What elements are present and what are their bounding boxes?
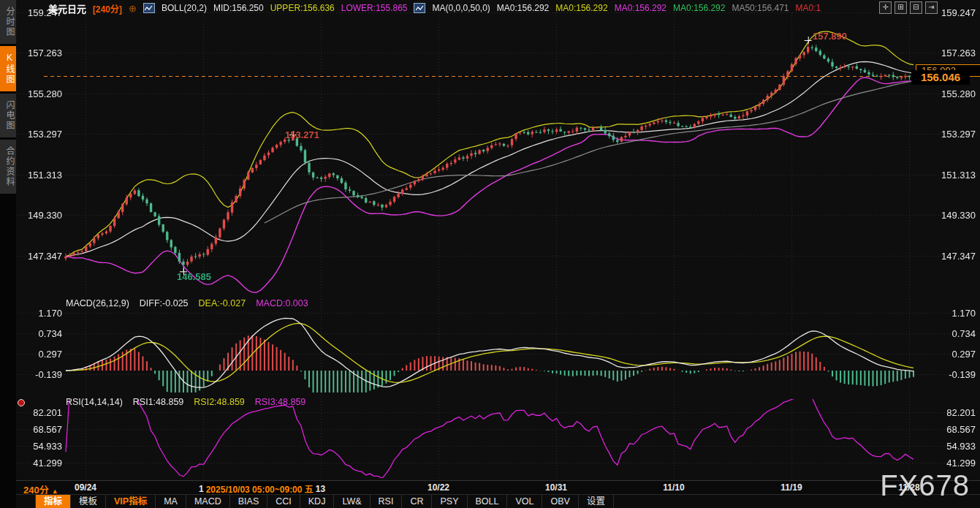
pane-layout-right-icon[interactable]: ⊟	[910, 1, 922, 14]
price-axis-label: 153.297	[924, 129, 976, 140]
rsi-axis-label: 68.567	[17, 424, 62, 435]
toolbar-tab-macd[interactable]: MACD	[186, 495, 230, 508]
crosshair-date-range: 2025/10/03 05:00~09:00 五	[204, 482, 316, 495]
toolbar-tab-vip-indicator[interactable]: VIP指标	[106, 495, 156, 508]
time-axis: 240分▲ 09/24 10/22 10/31 11/10 11/19 11/2…	[16, 480, 980, 495]
macd-panel-header: MACD(26,12,9) DIFF:-0.025 DEA:-0.027 MAC…	[66, 298, 308, 308]
price-axis-label: 153.297	[17, 129, 62, 140]
add-indicator-icon[interactable]: ⊕	[129, 4, 137, 13]
local-high-annotation: 153.271	[285, 129, 319, 140]
boll-mid-value: MID:156.250	[213, 3, 264, 13]
toolbar-tab-settings[interactable]: 设置	[579, 495, 614, 508]
sidebar-tab-time-chart[interactable]: 分时图	[0, 0, 16, 44]
price-axis-label: 147.347	[924, 251, 976, 262]
toolbar-tab-lwr[interactable]: LW&	[334, 495, 370, 508]
chart-header: 美元日元 [240分] ⊕ BOLL(20,2) MID:156.250 UPP…	[48, 0, 827, 16]
price-axis-label: 149.330	[924, 210, 976, 221]
time-label: 10/22	[428, 482, 449, 493]
time-label: 11/19	[780, 482, 802, 493]
rsi-axis-label: 54.933	[924, 441, 976, 452]
time-label: 09/24	[75, 482, 96, 493]
macd-params: MACD(26,12,9)	[66, 298, 129, 308]
price-axis-label: 157.263	[17, 48, 62, 58]
low-price-annotation: 146.585	[177, 271, 211, 282]
time-label: 10/31	[545, 482, 567, 493]
pane-layout-left-icon[interactable]: ⊞	[894, 1, 907, 14]
macd-axis-label: 1.170	[924, 308, 976, 319]
rsi3-value: RSI3:48.859	[255, 397, 306, 407]
macd-macd-value: MACD:0.003	[256, 298, 308, 308]
macd-axis-label: 0.297	[924, 349, 976, 360]
indicator-toolbar: 指标模板VIP指标MAMACDBIASCCIKDJLW&RSICRPSYBOLL…	[16, 494, 980, 508]
rsi-axis-label: 82.201	[924, 407, 976, 418]
macd-axis-label: 0.734	[17, 328, 62, 339]
pane-export-icon[interactable]: ⇥	[925, 1, 938, 14]
price-axis-label: 155.280	[17, 88, 62, 99]
price-axis-label: 155.280	[924, 88, 976, 99]
macd-dea-value: DEA:-0.027	[199, 298, 246, 308]
sidebar: 分时图K线图闪电图合约资料	[0, 0, 16, 508]
macd-axis-label: 1.170	[17, 308, 62, 319]
price-axis-label: 151.313	[17, 170, 62, 181]
boll-indicator-icon[interactable]	[143, 3, 155, 13]
toolbar-tab-obv[interactable]: OBV	[542, 495, 578, 508]
rsi-axis-label: 68.567	[924, 424, 976, 435]
ma0-red: MA0:1	[795, 3, 821, 13]
toolbar-tab-rsi[interactable]: RSI	[371, 495, 403, 508]
time-label: 11/10	[663, 482, 684, 493]
ma-label: MA(0,0,0,50,0)	[432, 3, 490, 13]
macd-axis-label: 0.734	[924, 328, 976, 339]
toolbar-tab-kdj[interactable]: KDJ	[300, 495, 335, 508]
pan-icon[interactable]: ✛	[879, 1, 892, 14]
last-price-badge: 156.046	[911, 70, 970, 85]
ma0-green: MA0:156.292	[673, 3, 725, 13]
sidebar-tab-kline-chart[interactable]: K线图	[0, 46, 16, 91]
ma-values: MA0:156.292MA0:156.292MA0:156.292MA0:156…	[497, 3, 827, 13]
ma50-gray: MA50:156.471	[732, 3, 789, 13]
toolbar-tab-bias[interactable]: BIAS	[230, 495, 268, 508]
boll-upper-value: UPPER:156.636	[270, 3, 335, 13]
rsi-axis-label: 41.299	[924, 458, 976, 469]
sidebar-tab-contract-info[interactable]: 合约资料	[0, 140, 16, 194]
rsi1-value: RSI1:48.859	[133, 397, 184, 407]
ma-indicator-icon[interactable]	[414, 3, 425, 13]
trading-terminal: 分时图K线图闪电图合约资料 美元日元 [240分] ⊕ BOLL(20,2) M…	[0, 0, 980, 508]
price-axis-label: 147.347	[17, 251, 62, 262]
boll-label: BOLL(20,2)	[162, 3, 207, 13]
toolbar-tab-boll[interactable]: BOLL	[468, 495, 508, 508]
macd-axis-label: -0.139	[17, 369, 62, 380]
price-axis-label: 151.313	[924, 170, 976, 181]
toolbar-tab-vol[interactable]: VOL	[507, 495, 542, 508]
high-price-annotation: 157.890	[813, 31, 847, 42]
window-icons: ✛⊞⊟⇥	[879, 1, 938, 14]
rsi-axis-label: 54.933	[17, 441, 62, 452]
chart-canvas[interactable]	[0, 0, 980, 508]
price-axis-label: 157.263	[924, 48, 976, 58]
price-axis-label: 149.330	[17, 210, 62, 221]
rsi2-value: RSI2:48.859	[194, 397, 245, 407]
macd-diff-value: DIFF:-0.025	[140, 298, 189, 308]
macd-axis-label: -0.139	[924, 369, 976, 380]
rsi-axis-label: 41.299	[17, 458, 62, 469]
macd-axis-label: 0.297	[17, 349, 62, 360]
crosshair-date-tooltip: 1 2025/10/03 05:00~09:00 五 13	[199, 482, 325, 495]
boll-lower-value: LOWER:155.865	[341, 3, 408, 13]
toolbar-tab-cci[interactable]: CCI	[267, 495, 300, 508]
ma0-yellow: MA0:156.292	[555, 3, 607, 13]
symbol-name: 美元日元	[48, 1, 86, 15]
rsi-params: RSI(14,14,14)	[66, 397, 123, 407]
toolbar-tab-cr[interactable]: CR	[402, 495, 432, 508]
rsi-panel-header: RSI(14,14,14) RSI1:48.859 RSI2:48.859 RS…	[66, 397, 305, 407]
sidebar-tab-tick-chart[interactable]: 闪电图	[0, 94, 16, 137]
period-label: [240分]	[93, 2, 122, 15]
toolbar-tab-indicator[interactable]: 指标	[35, 495, 71, 508]
fx678-watermark: FX678	[880, 469, 970, 502]
rsi-panel-bullet-icon[interactable]	[18, 399, 25, 406]
rsi-axis-label: 82.201	[17, 407, 62, 418]
toolbar-tab-template[interactable]: 模板	[71, 495, 106, 508]
ma0-white: MA0:156.292	[497, 3, 549, 13]
toolbar-tab-psy[interactable]: PSY	[432, 495, 467, 508]
toolbar-tab-ma[interactable]: MA	[156, 495, 186, 508]
ma0-magenta: MA0:156.292	[615, 3, 666, 13]
